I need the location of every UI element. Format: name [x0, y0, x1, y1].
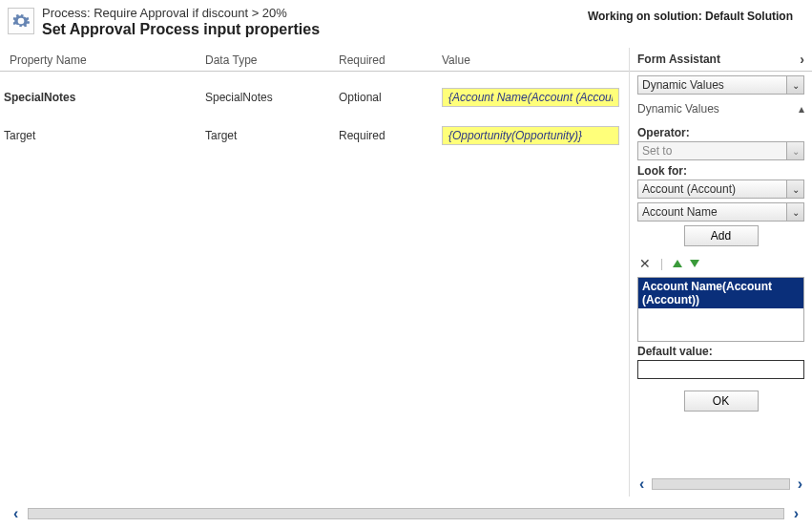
- list-item[interactable]: Account Name(Account (Account)): [638, 278, 803, 308]
- solution-label: Working on solution: Default Solution: [588, 10, 804, 23]
- table-header: Property Name Data Type Required Value: [0, 48, 629, 72]
- cell-property: SpecialNotes: [0, 85, 196, 108]
- process-name: Process: Require Approval if discount > …: [42, 6, 320, 20]
- chevron-right-icon: ›: [800, 52, 804, 67]
- header: Process: Require Approval if discount > …: [0, 0, 812, 48]
- gear-icon: [8, 8, 34, 34]
- dynamic-values-section-header[interactable]: Dynamic Values ▴: [630, 98, 812, 119]
- form-assistant-header[interactable]: Form Assistant ›: [630, 48, 812, 72]
- scrollbar-track[interactable]: [652, 478, 789, 490]
- scroll-right-icon[interactable]: ›: [794, 475, 806, 493]
- default-value-input[interactable]: [637, 360, 804, 379]
- scroll-left-icon[interactable]: ‹: [10, 505, 22, 522]
- col-datatype[interactable]: Data Type: [196, 48, 329, 71]
- cell-required: Optional: [329, 85, 432, 108]
- move-up-icon[interactable]: [673, 260, 682, 267]
- col-property[interactable]: Property Name: [0, 48, 196, 71]
- chevron-down-icon: ⌄: [786, 142, 803, 159]
- value-input-target[interactable]: [442, 126, 619, 145]
- chevron-down-icon: ⌄: [786, 76, 803, 94]
- move-down-icon[interactable]: [690, 260, 699, 267]
- scroll-right-icon[interactable]: ›: [790, 505, 802, 522]
- remove-icon[interactable]: ✕: [639, 256, 651, 271]
- scroll-left-icon[interactable]: ‹: [635, 475, 648, 493]
- lookfor-entity-select[interactable]: Account (Account) ⌄: [637, 180, 804, 199]
- table-row[interactable]: Target Target Required: [0, 116, 629, 154]
- cell-datatype: SpecialNotes: [196, 85, 329, 108]
- cell-datatype: Target: [196, 123, 329, 146]
- table-row[interactable]: SpecialNotes SpecialNotes Optional: [0, 77, 629, 116]
- assistant-mode-select[interactable]: Dynamic Values ⌄: [637, 75, 804, 95]
- add-button[interactable]: Add: [684, 225, 759, 246]
- default-value-label: Default value:: [637, 345, 804, 358]
- cell-property: Target: [0, 123, 196, 146]
- page-title: Set Approval Process input properties: [42, 21, 320, 38]
- chevron-down-icon: ⌄: [786, 203, 803, 221]
- chevron-down-icon: ⌄: [786, 180, 803, 198]
- lookfor-field-select[interactable]: Account Name ⌄: [637, 202, 804, 222]
- value-input-specialnotes[interactable]: [442, 88, 619, 107]
- right-pane-scrollbar[interactable]: ‹ ›: [630, 472, 812, 496]
- scrollbar-track[interactable]: [28, 508, 783, 519]
- col-required[interactable]: Required: [329, 48, 432, 71]
- properties-pane: Property Name Data Type Required Value S…: [0, 48, 629, 496]
- cell-required: Required: [329, 123, 432, 146]
- main-scrollbar[interactable]: ‹ ›: [10, 505, 802, 522]
- form-assistant-pane: Form Assistant › Dynamic Values ⌄ Dynami…: [629, 48, 812, 496]
- operator-label: Operator:: [637, 126, 804, 139]
- operator-select[interactable]: Set to ⌄: [637, 141, 804, 160]
- lookfor-label: Look for:: [637, 164, 804, 178]
- selected-fields-listbox[interactable]: Account Name(Account (Account)): [637, 277, 804, 342]
- col-value[interactable]: Value: [432, 48, 629, 71]
- ok-button[interactable]: OK: [684, 391, 759, 412]
- chevron-up-icon: ▴: [799, 102, 804, 116]
